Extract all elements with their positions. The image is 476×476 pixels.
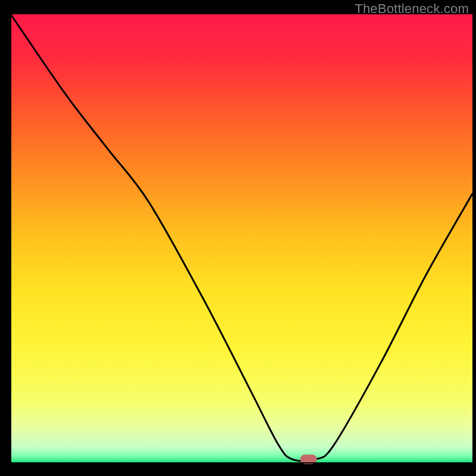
plot-background: [11, 14, 472, 463]
watermark-text: TheBottleneck.com: [355, 1, 469, 17]
bottleneck-chart: [0, 0, 476, 476]
chart-frame: TheBottleneck.com: [0, 0, 476, 476]
